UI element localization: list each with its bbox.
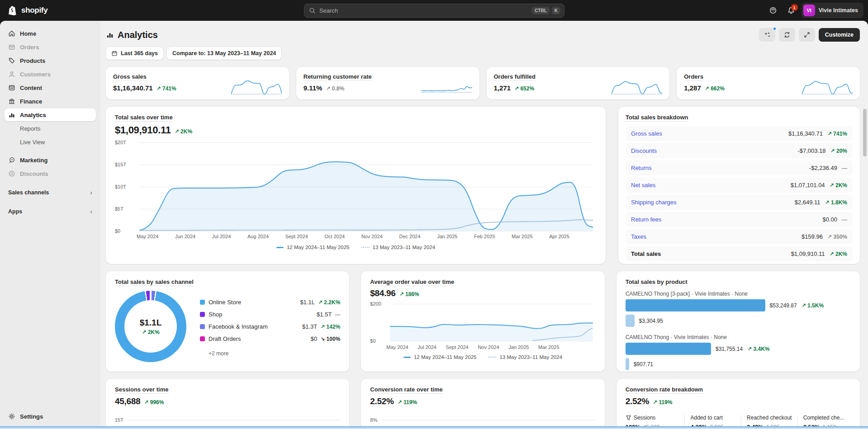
breakdown-link[interactable]: Returns (631, 165, 652, 171)
chart-title: Average order value over time (370, 278, 454, 286)
global-search[interactable]: CTRL K (304, 4, 564, 18)
legend-swatch (200, 312, 205, 317)
date-range-button[interactable]: Last 365 days (106, 47, 163, 60)
x-tick: Aug 2024 (247, 234, 269, 239)
breakdown-link[interactable]: Discounts (631, 147, 657, 154)
section-label: Apps (8, 208, 22, 215)
sidebar-item-marketing[interactable]: Marketing (5, 154, 96, 166)
sidebar-item-home[interactable]: Home (5, 27, 96, 40)
metric-card-returning-rate[interactable]: Returning customer rate 9.11%↗ 0.8% (296, 67, 479, 99)
kbd-k: K (552, 7, 560, 14)
product-compare-value: $3,304.95 (639, 318, 663, 324)
breakdown-link[interactable]: Return fees (631, 216, 661, 223)
sidebar-item-content[interactable]: Content (5, 81, 96, 94)
sidebar-item-finance[interactable]: Finance (5, 95, 96, 108)
customers-icon (8, 71, 15, 78)
channel-legend-row: Facebook & Instagram$1.3T↗ 142% (200, 321, 340, 333)
store-menu[interactable]: VI Vivie Intimates (802, 3, 863, 18)
legend-label: 12 May 2024–11 May 2025 (414, 354, 477, 360)
sidebar-item-reports[interactable]: Reports (5, 122, 96, 135)
metric-card-orders[interactable]: Orders 1,287↗ 662% (677, 67, 860, 99)
content-icon (8, 84, 15, 91)
sparkline-chart (231, 79, 282, 95)
breakdown-link[interactable]: Net sales (631, 182, 655, 189)
fullscreen-button[interactable] (799, 28, 815, 42)
sidebar-item-analytics[interactable]: Analytics (5, 108, 96, 121)
customize-button[interactable]: Customize (819, 28, 860, 42)
x-tick: Mar 2025 (512, 234, 532, 239)
discounts-icon (8, 170, 15, 177)
sidebar-item-settings[interactable]: Settings (5, 410, 96, 423)
shopify-logo[interactable]: shopify (8, 5, 47, 16)
x-tick: Oct 2024 (324, 234, 345, 239)
expand-icon (803, 31, 811, 38)
sparkline-chart (422, 79, 472, 95)
sidebar: Home Orders Products Customers Content F… (0, 21, 100, 429)
more-channels-link[interactable]: +2 more (209, 350, 340, 357)
shopify-bag-icon (8, 5, 18, 16)
bottom-edge-strip (0, 426, 868, 429)
x-tick: Sept 2024 (446, 344, 469, 350)
product-bar[interactable] (626, 299, 765, 311)
sidebar-label: Reports (20, 125, 41, 132)
breakdown-row: Gross sales$1,16,340.71↗ 741% (626, 126, 853, 141)
breakdown-link[interactable]: Gross sales (631, 130, 662, 137)
sidebar-item-customers[interactable]: Customers (5, 68, 96, 80)
refresh-button[interactable] (779, 28, 795, 42)
funnel-icon (626, 415, 631, 421)
metric-card-gross-sales[interactable]: Gross sales $1,16,340.71↗ 741% (106, 67, 289, 99)
aov-chart: $200 $0 (390, 304, 593, 341)
sidebar-label: Marketing (20, 157, 47, 164)
x-tick: May 2024 (386, 344, 408, 350)
legend-dotted-swatch (361, 247, 370, 248)
new-indicator-dot (773, 27, 777, 31)
breakdown-value: $2,649.11 (795, 199, 821, 206)
assistant-button[interactable] (765, 3, 781, 18)
y-tick: $20T (115, 140, 135, 145)
compare-button[interactable]: Compare to: 13 May 2023–11 May 2024 (167, 47, 281, 60)
sidebar-label: Live View (20, 139, 45, 146)
channel-label: Shop (209, 311, 317, 318)
donut-center-delta: ↗ 2K% (142, 329, 159, 335)
y-tick: $5T (115, 206, 135, 212)
notifications-button[interactable]: 1 (783, 3, 799, 18)
breakdown-value: $1,09,910.11 (791, 250, 825, 257)
finance-icon (8, 98, 15, 105)
y-tick: 8% (370, 417, 377, 423)
sidebar-item-live-view[interactable]: Live View (5, 136, 96, 148)
channel-donut-chart: $1.1L ↗ 2K% (115, 291, 186, 362)
product-compare-bar[interactable] (626, 358, 629, 370)
channel-legend-row: Draft Orders$0↘ 100% (200, 333, 340, 345)
analytics-icon (8, 111, 15, 118)
breakdown-link[interactable]: Taxes (631, 233, 646, 240)
search-input[interactable] (319, 7, 530, 14)
breakdown-delta: ↗ 2K% (830, 182, 847, 189)
x-tick: Nov 2024 (361, 234, 383, 239)
product-compare-bar[interactable] (626, 315, 635, 327)
magic-insights-button[interactable] (759, 28, 775, 42)
breakdown-value: $0.00 (822, 216, 837, 223)
channel-value: $1.1L (300, 299, 315, 306)
sidebar-section-sales-channels[interactable]: Sales channels › (5, 186, 96, 199)
sidebar-item-orders[interactable]: Orders (5, 41, 96, 53)
sidebar-section-apps[interactable]: Apps › (5, 205, 96, 218)
vertical-scrollbar[interactable] (863, 109, 867, 156)
sidebar-item-discounts[interactable]: Discounts (5, 167, 96, 180)
metric-card-orders-fulfilled[interactable]: Orders fulfilled 1,271↗ 652% (487, 67, 670, 99)
app-surface: Home Orders Products Customers Content F… (0, 21, 868, 429)
channel-delta: ↗ 2.2K% (318, 299, 340, 306)
sessions-over-time-card: Sessions over time 45,688↗ 996% 15T (106, 379, 349, 429)
breakdown-delta: ↗ 350% (827, 234, 847, 240)
sidebar-label: Settings (20, 413, 43, 420)
breakdown-value: $159.96 (802, 233, 823, 240)
product-bar[interactable] (626, 343, 711, 355)
product-bar-group: CAMELNO Thong [3-pack] · Vivie Intimates… (626, 291, 851, 327)
breakdown-link[interactable]: Shipping charges (631, 199, 676, 206)
sidebar-item-products[interactable]: Products (5, 54, 96, 67)
y-tick: $15T (115, 162, 135, 167)
funnel-step-label: Completed che... (803, 415, 844, 421)
x-tick: Jan 2025 (508, 344, 529, 350)
sparkline-chart (612, 79, 662, 95)
search-icon (309, 7, 316, 14)
chart-title: Conversion rate over time (370, 386, 442, 394)
